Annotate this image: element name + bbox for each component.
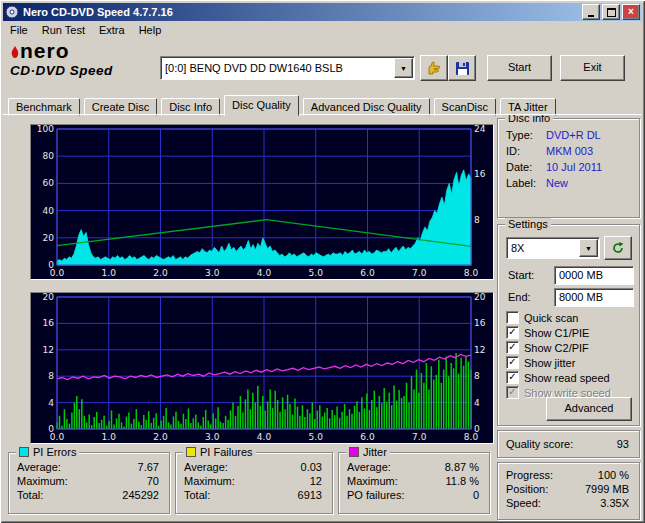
checkbox-show-read-speed[interactable]: ✓Show read speed: [506, 371, 610, 384]
type-label: Type:: [506, 129, 546, 141]
menu-run-test[interactable]: Run Test: [35, 21, 92, 39]
jitter-average: 8.87 %: [445, 461, 479, 473]
title-bar: Nero CD-DVD Speed 4.7.7.16 ×: [3, 3, 642, 21]
svg-text:4: 4: [48, 398, 54, 408]
svg-text:20: 20: [43, 233, 55, 243]
start-button[interactable]: Start: [487, 55, 552, 81]
jitter-summary: Jitter Average:8.87 % Maximum:11.8 % PO …: [338, 452, 490, 514]
advanced-button[interactable]: Advanced: [546, 397, 632, 421]
svg-text:3.0: 3.0: [205, 432, 220, 442]
date-label: Date:: [506, 161, 546, 173]
start-field-label: Start:: [508, 269, 534, 281]
disc-type-value: DVD+R DL: [546, 129, 601, 141]
quality-score-value: 93: [617, 438, 629, 450]
svg-text:0.0: 0.0: [50, 268, 65, 278]
jitter-maximum: 11.8 %: [446, 475, 479, 487]
checkbox-box: ✓: [506, 356, 519, 369]
pi-failures-legend-swatch: [186, 447, 196, 457]
svg-text:1.0: 1.0: [102, 432, 117, 442]
close-button[interactable]: ×: [622, 4, 640, 20]
svg-text:0.0: 0.0: [50, 432, 65, 442]
settings-group: Settings 8X ▼ Start: 0000 MB End: 8000 M…: [497, 224, 640, 426]
svg-text:40: 40: [43, 206, 55, 216]
menu-help[interactable]: Help: [132, 21, 169, 39]
tab-disc-quality[interactable]: Disc Quality: [224, 95, 299, 116]
pi-failures-summary-title: PI Failures: [200, 446, 253, 458]
svg-text:8: 8: [474, 371, 480, 381]
quality-score-box: Quality score: 93: [497, 430, 640, 458]
minimize-icon: [588, 15, 594, 17]
speed-select[interactable]: 8X ▼: [506, 237, 600, 259]
svg-text:6.0: 6.0: [360, 432, 375, 442]
exit-button[interactable]: Exit: [560, 55, 625, 81]
checkbox-box: [506, 311, 519, 324]
checkbox-show-c2-pif[interactable]: ✓Show C2/PIF: [506, 341, 589, 354]
pi-errors-maximum: 70: [147, 475, 159, 487]
end-field[interactable]: 8000 MB: [554, 288, 634, 307]
speed-label: Speed:: [506, 497, 541, 509]
svg-text:7.0: 7.0: [412, 432, 427, 442]
svg-text:16: 16: [474, 318, 486, 328]
svg-text:60: 60: [43, 178, 55, 188]
jitter-summary-title: Jitter: [363, 446, 387, 458]
app-window: Nero CD-DVD Speed 4.7.7.16 × File Run Te…: [0, 0, 645, 523]
pi-failures-summary: PI Failures Average:0.03 Maximum:12 Tota…: [175, 452, 333, 514]
cd-dvd-speed-logo-text: CD·DVD Speed: [10, 63, 155, 78]
nero-logo: nero CD·DVD Speed: [10, 40, 155, 78]
svg-text:2.0: 2.0: [153, 268, 168, 278]
position-label: Position:: [506, 483, 548, 495]
menu-file[interactable]: File: [3, 21, 35, 39]
save-icon: [455, 61, 470, 76]
maximize-icon: [607, 8, 616, 17]
svg-text:8: 8: [474, 215, 480, 225]
save-results-button[interactable]: [448, 55, 476, 81]
speed-select-value: 8X: [507, 242, 579, 254]
disc-date-value: 10 Jul 2011: [546, 161, 602, 173]
close-icon: ×: [628, 7, 634, 17]
svg-text:6.0: 6.0: [360, 268, 375, 278]
svg-text:5.0: 5.0: [309, 268, 324, 278]
id-label: ID:: [506, 145, 546, 157]
total-label: Total:: [184, 489, 210, 501]
checkbox-box: ✓: [506, 326, 519, 339]
disc-id-value: MKM 003: [546, 145, 593, 157]
minimize-button[interactable]: [582, 4, 600, 20]
average-label: Average:: [347, 461, 391, 473]
checkbox-show-jitter[interactable]: ✓Show jitter: [506, 356, 575, 369]
average-label: Average:: [17, 461, 61, 473]
svg-text:20: 20: [474, 293, 486, 302]
app-icon: [5, 5, 19, 19]
progress-label: Progress:: [506, 469, 553, 481]
tab-content-divider: [3, 114, 642, 115]
chevron-down-icon[interactable]: ▼: [394, 58, 413, 78]
svg-text:1.0: 1.0: [102, 268, 117, 278]
svg-text:24: 24: [474, 125, 486, 134]
pi-errors-total: 245292: [122, 489, 159, 501]
svg-text:3.0: 3.0: [205, 268, 220, 278]
chevron-down-icon[interactable]: ▼: [579, 239, 598, 257]
total-label: Total:: [17, 489, 43, 501]
quality-score-label: Quality score:: [506, 438, 573, 450]
checkbox-show-c1-pie[interactable]: ✓Show C1/PIE: [506, 326, 589, 339]
checkbox-quick-scan[interactable]: Quick scan: [506, 311, 578, 324]
load-disc-button[interactable]: [420, 55, 448, 81]
pi-errors-summary-title: PI Errors: [33, 446, 76, 458]
svg-text:16: 16: [474, 169, 486, 179]
nero-flame-icon: [10, 46, 20, 60]
disc-label-value: New: [546, 177, 568, 189]
svg-text:7.0: 7.0: [412, 268, 427, 278]
maximum-label: Maximum:: [347, 475, 398, 487]
menu-extra[interactable]: Extra: [92, 21, 132, 39]
refresh-speed-button[interactable]: [604, 236, 632, 260]
maximize-button[interactable]: [602, 4, 620, 20]
svg-text:8: 8: [48, 371, 54, 381]
pi-failures-jitter-chart: 2016128402016128400.01.02.03.04.05.06.07…: [30, 292, 494, 444]
jitter-legend-swatch: [349, 447, 359, 457]
svg-text:2.0: 2.0: [153, 432, 168, 442]
drive-select[interactable]: [0:0] BENQ DVD DD DW1640 BSLB ▼: [160, 56, 415, 80]
pi-failures-average: 0.03: [301, 461, 322, 473]
end-field-label: End:: [508, 291, 531, 303]
start-field[interactable]: 0000 MB: [554, 266, 634, 285]
po-failures-value: 0: [473, 489, 479, 501]
label-label: Label:: [506, 177, 546, 189]
